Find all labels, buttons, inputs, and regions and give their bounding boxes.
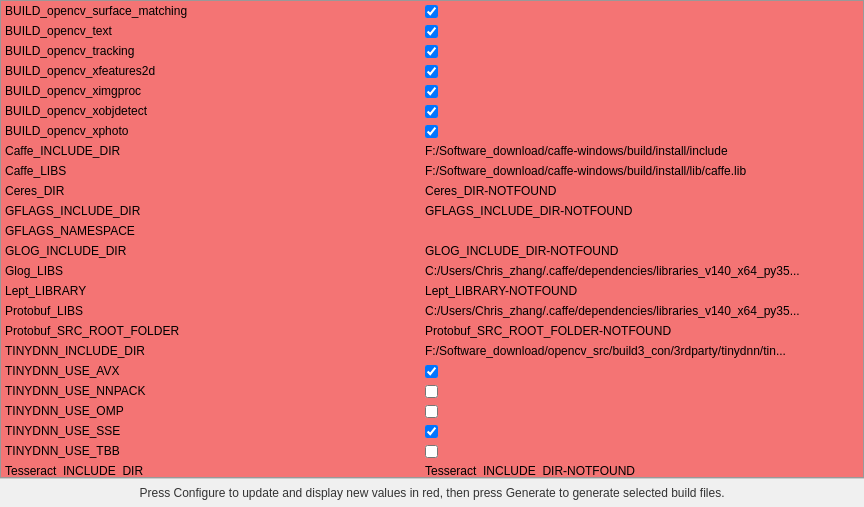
config-checkbox[interactable]: [425, 5, 438, 18]
table-row: BUILD_opencv_tracking: [1, 41, 863, 61]
config-value[interactable]: [421, 441, 863, 461]
config-value[interactable]: [421, 401, 863, 421]
table-row: GLOG_INCLUDE_DIRGLOG_INCLUDE_DIR-NOTFOUN…: [1, 241, 863, 261]
config-key: TINYDNN_USE_NNPACK: [1, 381, 421, 401]
table-row: Glog_LIBSC:/Users/Chris_zhang/.caffe/dep…: [1, 261, 863, 281]
table-row: Tesseract_INCLUDE_DIRTesseract_INCLUDE_D…: [1, 461, 863, 478]
config-key: Ceres_DIR: [1, 181, 421, 201]
config-key: BUILD_opencv_xfeatures2d: [1, 61, 421, 81]
table-row: BUILD_opencv_surface_matching: [1, 1, 863, 21]
config-key: TINYDNN_USE_SSE: [1, 421, 421, 441]
config-value[interactable]: [421, 121, 863, 141]
config-value: C:/Users/Chris_zhang/.caffe/dependencies…: [421, 261, 863, 281]
config-key: TINYDNN_USE_AVX: [1, 361, 421, 381]
cmake-config-table[interactable]: BUILD_opencv_surface_matchingBUILD_openc…: [0, 0, 864, 478]
table-row: TINYDNN_USE_SSE: [1, 421, 863, 441]
table-row: TINYDNN_USE_OMP: [1, 401, 863, 421]
config-key: Tesseract_INCLUDE_DIR: [1, 461, 421, 478]
config-value[interactable]: [421, 41, 863, 61]
table-row: TINYDNN_USE_NNPACK: [1, 381, 863, 401]
config-key: BUILD_opencv_xobjdetect: [1, 101, 421, 121]
config-key: TINYDNN_USE_OMP: [1, 401, 421, 421]
config-value[interactable]: [421, 381, 863, 401]
config-value[interactable]: [421, 101, 863, 121]
config-value[interactable]: [421, 1, 863, 21]
config-key: Caffe_LIBS: [1, 161, 421, 181]
config-checkbox[interactable]: [425, 25, 438, 38]
config-checkbox[interactable]: [425, 105, 438, 118]
config-checkbox[interactable]: [425, 125, 438, 138]
config-key: GFLAGS_NAMESPACE: [1, 221, 421, 241]
config-value: GFLAGS_INCLUDE_DIR-NOTFOUND: [421, 201, 863, 221]
table-row: Protobuf_LIBSC:/Users/Chris_zhang/.caffe…: [1, 301, 863, 321]
table-row: BUILD_opencv_xphoto: [1, 121, 863, 141]
config-value: Protobuf_SRC_ROOT_FOLDER-NOTFOUND: [421, 321, 863, 341]
table-row: BUILD_opencv_xobjdetect: [1, 101, 863, 121]
config-value: C:/Users/Chris_zhang/.caffe/dependencies…: [421, 301, 863, 321]
table-row: Lept_LIBRARYLept_LIBRARY-NOTFOUND: [1, 281, 863, 301]
config-value: Tesseract_INCLUDE_DIR-NOTFOUND: [421, 461, 863, 478]
config-value: [421, 221, 863, 241]
config-key: Glog_LIBS: [1, 261, 421, 281]
table-row: GFLAGS_NAMESPACE: [1, 221, 863, 241]
config-checkbox[interactable]: [425, 365, 438, 378]
status-bar: Press Configure to update and display ne…: [0, 478, 864, 507]
config-key: BUILD_opencv_text: [1, 21, 421, 41]
config-key: Protobuf_SRC_ROOT_FOLDER: [1, 321, 421, 341]
config-key: Protobuf_LIBS: [1, 301, 421, 321]
config-checkbox[interactable]: [425, 385, 438, 398]
config-value: GLOG_INCLUDE_DIR-NOTFOUND: [421, 241, 863, 261]
config-value: Lept_LIBRARY-NOTFOUND: [421, 281, 863, 301]
config-checkbox[interactable]: [425, 65, 438, 78]
config-checkbox[interactable]: [425, 85, 438, 98]
table-row: Caffe_INCLUDE_DIRF:/Software_download/ca…: [1, 141, 863, 161]
table-row: BUILD_opencv_ximgproc: [1, 81, 863, 101]
config-value[interactable]: [421, 361, 863, 381]
config-checkbox[interactable]: [425, 425, 438, 438]
config-checkbox[interactable]: [425, 405, 438, 418]
config-value: F:/Software_download/caffe-windows/build…: [421, 161, 863, 181]
config-checkbox[interactable]: [425, 445, 438, 458]
table-row: GFLAGS_INCLUDE_DIRGFLAGS_INCLUDE_DIR-NOT…: [1, 201, 863, 221]
table-row: TINYDNN_INCLUDE_DIRF:/Software_download/…: [1, 341, 863, 361]
config-key: GLOG_INCLUDE_DIR: [1, 241, 421, 261]
table-row: TINYDNN_USE_AVX: [1, 361, 863, 381]
table-row: Ceres_DIRCeres_DIR-NOTFOUND: [1, 181, 863, 201]
config-value[interactable]: [421, 21, 863, 41]
config-key: TINYDNN_USE_TBB: [1, 441, 421, 461]
table-row: BUILD_opencv_xfeatures2d: [1, 61, 863, 81]
config-value: F:/Software_download/caffe-windows/build…: [421, 141, 863, 161]
config-key: TINYDNN_INCLUDE_DIR: [1, 341, 421, 361]
config-key: BUILD_opencv_surface_matching: [1, 1, 421, 21]
status-text: Press Configure to update and display ne…: [139, 486, 724, 500]
config-value[interactable]: [421, 61, 863, 81]
config-checkbox[interactable]: [425, 45, 438, 58]
config-key: BUILD_opencv_tracking: [1, 41, 421, 61]
config-key: BUILD_opencv_ximgproc: [1, 81, 421, 101]
config-value: F:/Software_download/opencv_src/build3_c…: [421, 341, 863, 361]
table-row: TINYDNN_USE_TBB: [1, 441, 863, 461]
config-value[interactable]: [421, 421, 863, 441]
config-key: BUILD_opencv_xphoto: [1, 121, 421, 141]
config-key: Lept_LIBRARY: [1, 281, 421, 301]
table-row: Caffe_LIBSF:/Software_download/caffe-win…: [1, 161, 863, 181]
table-row: Protobuf_SRC_ROOT_FOLDERProtobuf_SRC_ROO…: [1, 321, 863, 341]
config-key: GFLAGS_INCLUDE_DIR: [1, 201, 421, 221]
table-row: BUILD_opencv_text: [1, 21, 863, 41]
config-value[interactable]: [421, 81, 863, 101]
config-key: Caffe_INCLUDE_DIR: [1, 141, 421, 161]
config-value: Ceres_DIR-NOTFOUND: [421, 181, 863, 201]
